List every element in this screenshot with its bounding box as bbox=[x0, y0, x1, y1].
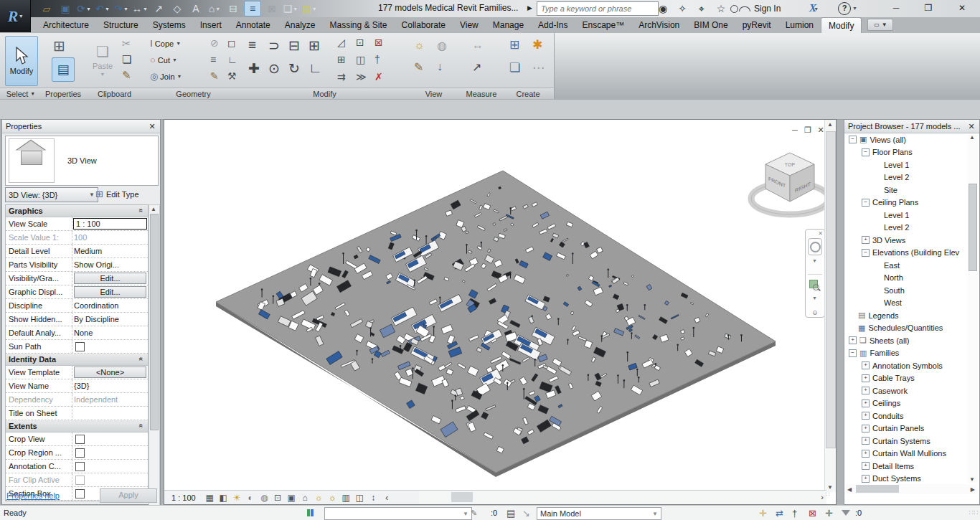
demolish-hammer-icon[interactable]: ⚒ bbox=[227, 70, 237, 82]
tree-item-site[interactable]: Site bbox=[846, 184, 968, 197]
properties-scrollbar[interactable]: ▲ ▼ bbox=[149, 204, 160, 520]
collapse-icon[interactable]: − bbox=[849, 349, 857, 357]
mirror-icon[interactable]: ◫ bbox=[356, 54, 365, 65]
user-interface-icon[interactable]: ▤▼ bbox=[301, 1, 317, 16]
tree-item-south[interactable]: South bbox=[846, 284, 968, 297]
tree-item-level-2[interactable]: Level 2 bbox=[846, 222, 968, 235]
aligned-dimension-icon[interactable]: ↔▼ bbox=[132, 1, 148, 16]
expand-icon[interactable]: + bbox=[862, 462, 870, 470]
properties-header[interactable]: Properties ✕ bbox=[2, 120, 160, 133]
array-icon[interactable]: ⊞ bbox=[337, 54, 346, 65]
tab-annotate[interactable]: Annotate bbox=[229, 17, 278, 33]
properties-close-icon[interactable]: ✕ bbox=[147, 121, 157, 131]
expand-icon[interactable]: + bbox=[862, 475, 870, 483]
panel-view-label[interactable]: View bbox=[407, 88, 461, 99]
create-similar-icon[interactable]: ✱ bbox=[532, 37, 542, 52]
close-hidden-windows-icon[interactable]: ⊠ bbox=[264, 1, 280, 16]
tree-item-level-2[interactable]: Level 2 bbox=[846, 171, 968, 184]
tab-collaborate[interactable]: Collaborate bbox=[395, 17, 453, 33]
align-icon[interactable]: ≡ bbox=[248, 37, 256, 53]
scroll-thumb[interactable] bbox=[969, 184, 977, 271]
tree-item-cable-trays[interactable]: +Cable Trays bbox=[846, 372, 968, 385]
temporary-hide-isolate-icon[interactable]: ☼ bbox=[312, 491, 326, 504]
load-family-icon[interactable]: ❏ bbox=[509, 60, 520, 75]
scroll-thumb[interactable] bbox=[856, 485, 899, 493]
cope-button[interactable]: Ⅰ Cope▼ bbox=[150, 38, 181, 49]
section-icon[interactable]: ⊟ bbox=[225, 1, 241, 16]
shadows-icon[interactable]: ◐ bbox=[244, 491, 258, 504]
tree-item-duct-systems[interactable]: +Duct Systems bbox=[846, 473, 968, 484]
collapse-icon[interactable]: − bbox=[862, 148, 870, 156]
render-gallery-icon[interactable]: ◍ bbox=[437, 39, 447, 52]
tree-item-curtain-systems[interactable]: +Curtain Systems bbox=[846, 435, 968, 448]
trim-extend-single-icon[interactable]: ⇉ bbox=[337, 71, 346, 82]
cut-to-clipboard-icon[interactable]: ✂ bbox=[122, 37, 131, 50]
split-small-icon[interactable]: ⊡ bbox=[356, 37, 364, 48]
tree-item-schedules-quantities[interactable]: ▦Schedules/Quantities bbox=[846, 322, 968, 335]
apply-button[interactable]: Apply bbox=[100, 488, 157, 503]
collapse-icon[interactable]: − bbox=[849, 136, 857, 143]
checkbox[interactable] bbox=[75, 435, 85, 444]
tree-horizontal-scrollbar[interactable]: ◀ ▶ bbox=[846, 484, 978, 494]
view-restore-icon[interactable]: ❐ bbox=[801, 126, 814, 135]
visual-style-icon[interactable]: ◧ bbox=[217, 491, 230, 504]
tree-item-3d-views[interactable]: +3D Views bbox=[846, 234, 968, 247]
tab-analyze[interactable]: Analyze bbox=[278, 17, 323, 33]
aligned-dimension-tool-icon[interactable]: ↔ bbox=[472, 39, 484, 52]
sun-path-icon[interactable]: ☀ bbox=[230, 491, 244, 504]
checkbox[interactable] bbox=[75, 448, 85, 458]
tab-massing-site[interactable]: Massing & Site bbox=[323, 17, 395, 33]
scale-icon[interactable]: ◿ bbox=[337, 37, 345, 48]
property-value[interactable]: By Discipline bbox=[72, 313, 148, 326]
favorites-star-icon[interactable]: ☆ bbox=[712, 1, 730, 16]
expand-icon[interactable]: + bbox=[849, 336, 857, 344]
worksharing-toggle-icon[interactable]: ⇄ bbox=[776, 508, 783, 519]
wall-joins-icon[interactable]: ∟ bbox=[227, 54, 237, 65]
sign-in-button[interactable]: Sign In ▼ bbox=[730, 1, 819, 16]
expand-icon[interactable]: + bbox=[862, 412, 870, 420]
displace-elements-icon[interactable]: ↕ bbox=[367, 491, 380, 504]
locked-3d-view-icon[interactable]: ⌂ bbox=[298, 491, 312, 504]
tree-item-families[interactable]: −▥Families bbox=[846, 347, 968, 360]
section-header-identity-data[interactable]: Identity Data« bbox=[6, 354, 148, 366]
expand-icon[interactable]: + bbox=[862, 450, 870, 458]
trim-extend-corner-icon[interactable]: ∟ bbox=[308, 60, 322, 76]
type-selector-dropdown[interactable]: 3D View: {3D} ▼ bbox=[5, 187, 98, 202]
rotate-icon[interactable]: ↻ bbox=[288, 60, 300, 77]
beam-joins-icon[interactable]: ≡ bbox=[210, 54, 216, 65]
minimize-button[interactable]: ─ bbox=[884, 0, 908, 16]
redo-icon[interactable]: ↷▼ bbox=[113, 1, 129, 16]
workset-editable-icon[interactable]: ✎ bbox=[471, 509, 477, 518]
move-icon[interactable]: ✚ bbox=[248, 60, 260, 77]
property-value[interactable]: {3D} bbox=[72, 379, 148, 392]
scroll-thumb[interactable] bbox=[826, 131, 836, 448]
zoom-caret-icon[interactable]: ▼ bbox=[812, 296, 817, 301]
collapse-icon[interactable]: − bbox=[862, 249, 870, 257]
collapse-icon[interactable]: − bbox=[862, 199, 870, 207]
tree-item-casework[interactable]: +Casework bbox=[846, 384, 968, 397]
split-face-icon[interactable]: ✎ bbox=[210, 70, 219, 82]
property-input[interactable]: 1 : 100 bbox=[73, 218, 147, 230]
tree-item-curtain-panels[interactable]: +Curtain Panels bbox=[846, 422, 968, 435]
edit-type-button[interactable]: ⊞ Edit Type bbox=[95, 187, 139, 201]
property-value[interactable] bbox=[72, 407, 148, 420]
search-expander-icon[interactable]: ▶ bbox=[527, 4, 532, 11]
checkbox[interactable] bbox=[75, 476, 85, 485]
design-options-icon[interactable]: ▤ bbox=[507, 508, 515, 519]
tree-item-ceilings[interactable]: +Ceilings bbox=[846, 397, 968, 410]
tab-archvision[interactable]: ArchVision bbox=[631, 17, 687, 33]
panel-select-label[interactable]: Select▼ bbox=[0, 88, 42, 99]
open-icon[interactable]: ▱ bbox=[39, 1, 55, 16]
view-scale-button[interactable]: 1 : 100 bbox=[164, 493, 203, 502]
help-icon[interactable]: ? bbox=[838, 2, 851, 15]
checkbox[interactable] bbox=[75, 462, 85, 471]
tab-manage[interactable]: Manage bbox=[486, 17, 531, 33]
scroll-thumb[interactable] bbox=[150, 214, 159, 430]
split-element-icon[interactable]: ⊟ bbox=[288, 37, 300, 54]
tree-item-floor-plans[interactable]: −Floor Plans bbox=[846, 146, 968, 159]
tab-lumion[interactable]: Lumion bbox=[778, 17, 821, 33]
tab-bim-one[interactable]: BIM One bbox=[687, 17, 735, 33]
collapse-viewbar-icon[interactable]: ‹ bbox=[380, 491, 394, 504]
override-graphics-icon[interactable]: ✎ bbox=[414, 60, 423, 74]
tree-vertical-scrollbar[interactable]: ▲ ▼ bbox=[968, 133, 978, 483]
